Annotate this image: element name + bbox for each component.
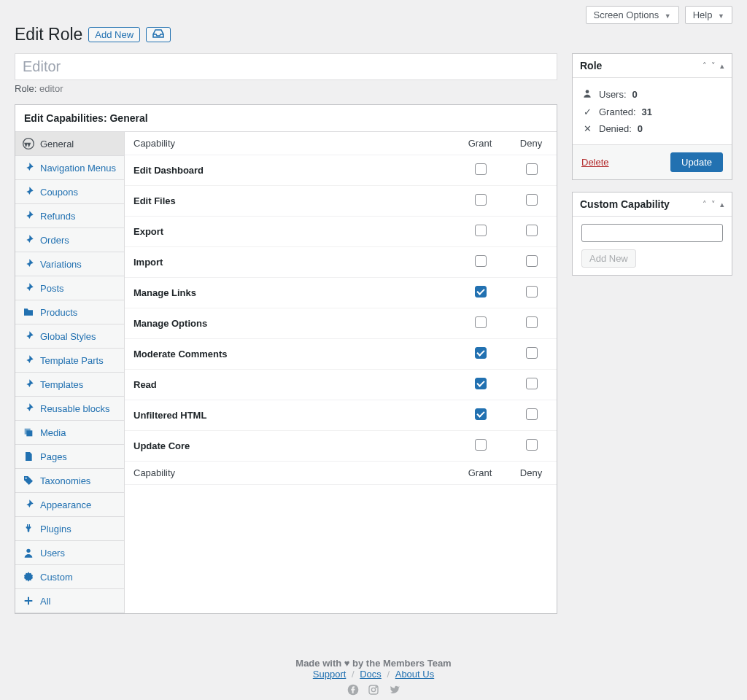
screen-options-button[interactable]: Screen Options ▼ (586, 6, 679, 24)
tab-label: All (40, 596, 50, 607)
tab-users[interactable]: Users (15, 541, 124, 565)
pin-icon (23, 186, 34, 198)
chevron-up-icon[interactable]: ˄ (703, 61, 707, 71)
capability-label: Manage Options (125, 308, 454, 339)
capability-row: Unfiltered HTML (125, 400, 557, 431)
deny-checkbox[interactable] (526, 163, 538, 175)
tab-label: Navigation Menus (40, 163, 116, 174)
deny-checkbox[interactable] (526, 286, 538, 298)
footer-docs-link[interactable]: Docs (360, 669, 382, 680)
tab-all[interactable]: All (15, 589, 124, 613)
screen-options-label: Screen Options (594, 9, 659, 20)
tab-reusable-blocks[interactable]: Reusable blocks (15, 397, 124, 421)
tab-templates[interactable]: Templates (15, 373, 124, 397)
delete-role-link[interactable]: Delete (581, 157, 609, 168)
grant-checkbox[interactable] (475, 316, 487, 328)
caret-up-icon[interactable]: ▴ (720, 61, 724, 71)
tab-orders[interactable]: Orders (15, 228, 124, 252)
tab-pages[interactable]: Pages (15, 445, 124, 469)
pin-icon (23, 378, 34, 390)
grant-checkbox[interactable] (475, 439, 487, 451)
grant-checkbox[interactable] (475, 194, 487, 206)
capability-label: Export (125, 217, 454, 247)
help-label: Help (693, 9, 713, 20)
grant-checkbox[interactable] (475, 347, 487, 359)
tab-taxonomies[interactable]: Taxonomies (15, 469, 124, 493)
footer-about-link[interactable]: About Us (395, 669, 434, 680)
plug-icon (23, 523, 34, 534)
deny-checkbox[interactable] (526, 347, 538, 359)
help-button[interactable]: Help ▼ (685, 6, 732, 24)
col-grant: Grant (454, 132, 506, 155)
chevron-up-icon[interactable]: ˄ (703, 200, 707, 209)
wp-icon (23, 138, 34, 149)
grant-checkbox[interactable] (475, 163, 487, 175)
inbox-icon-button[interactable] (146, 27, 171, 42)
custom-capability-input[interactable] (581, 224, 723, 242)
role-name-input[interactable] (15, 53, 557, 80)
deny-checkbox[interactable] (526, 316, 538, 328)
grant-checkbox[interactable] (475, 408, 487, 420)
tab-label: Templates (40, 379, 83, 390)
instagram-icon[interactable] (368, 685, 382, 698)
capabilities-box-title: Edit Capabilities: General (15, 105, 557, 132)
svg-point-4 (586, 90, 589, 93)
add-custom-capability-button[interactable]: Add New (581, 249, 636, 268)
col-grant-foot: Grant (454, 462, 506, 485)
granted-label: Granted: (599, 106, 636, 117)
chevron-down-icon: ▼ (665, 12, 671, 20)
capability-tabs: GeneralNavigation MenusCouponsRefundsOrd… (15, 132, 125, 613)
chevron-down-icon[interactable]: ˅ (711, 200, 716, 209)
tab-refunds[interactable]: Refunds (15, 204, 124, 228)
users-label: Users: (599, 89, 627, 100)
tab-label: Appearance (40, 499, 91, 510)
capability-label: Moderate Comments (125, 339, 454, 370)
facebook-icon[interactable] (347, 685, 362, 698)
grant-checkbox[interactable] (475, 225, 487, 236)
page-icon (23, 451, 34, 462)
pin-icon (23, 499, 34, 510)
footer-support-link[interactable]: Support (313, 669, 347, 680)
chevron-down-icon[interactable]: ˅ (711, 61, 716, 71)
capability-row: Update Core (125, 431, 557, 462)
update-role-button[interactable]: Update (670, 152, 723, 172)
tab-label: Users (40, 548, 65, 559)
deny-checkbox[interactable] (526, 255, 538, 267)
tab-plugins[interactable]: Plugins (15, 517, 124, 541)
caret-up-icon[interactable]: ▴ (720, 200, 724, 209)
deny-checkbox[interactable] (526, 225, 538, 236)
tag-icon (23, 475, 34, 486)
capability-row: Manage Links (125, 278, 557, 308)
role-slug-value: editor (39, 83, 63, 94)
twitter-icon[interactable] (388, 685, 400, 698)
svg-point-7 (371, 688, 375, 691)
tab-label: Media (40, 427, 66, 438)
capability-label: Update Core (125, 431, 454, 462)
grant-checkbox[interactable] (475, 286, 487, 298)
tab-coupons[interactable]: Coupons (15, 180, 124, 204)
x-icon: ✕ (581, 123, 593, 134)
tab-custom[interactable]: Custom (15, 565, 124, 589)
deny-checkbox[interactable] (526, 408, 538, 420)
deny-checkbox[interactable] (526, 378, 538, 389)
pin-icon (23, 282, 34, 294)
tab-navigation-menus[interactable]: Navigation Menus (15, 156, 124, 180)
tab-appearance[interactable]: Appearance (15, 493, 124, 517)
grant-checkbox[interactable] (475, 255, 487, 267)
capability-row: Manage Options (125, 308, 557, 339)
tab-posts[interactable]: Posts (15, 276, 124, 300)
tab-products[interactable]: Products (15, 300, 124, 324)
tab-variations[interactable]: Variations (15, 252, 124, 276)
tab-template-parts[interactable]: Template Parts (15, 349, 124, 373)
deny-checkbox[interactable] (526, 439, 538, 451)
tab-global-styles[interactable]: Global Styles (15, 324, 124, 349)
tab-label: Plugins (40, 524, 71, 534)
tab-general[interactable]: General (15, 132, 124, 156)
denied-label: Denied: (599, 123, 632, 134)
svg-point-8 (376, 687, 376, 688)
grant-checkbox[interactable] (475, 378, 487, 389)
svg-point-1 (26, 478, 27, 479)
add-new-role-button[interactable]: Add New (88, 27, 140, 42)
deny-checkbox[interactable] (526, 194, 538, 206)
tab-media[interactable]: Media (15, 421, 124, 445)
